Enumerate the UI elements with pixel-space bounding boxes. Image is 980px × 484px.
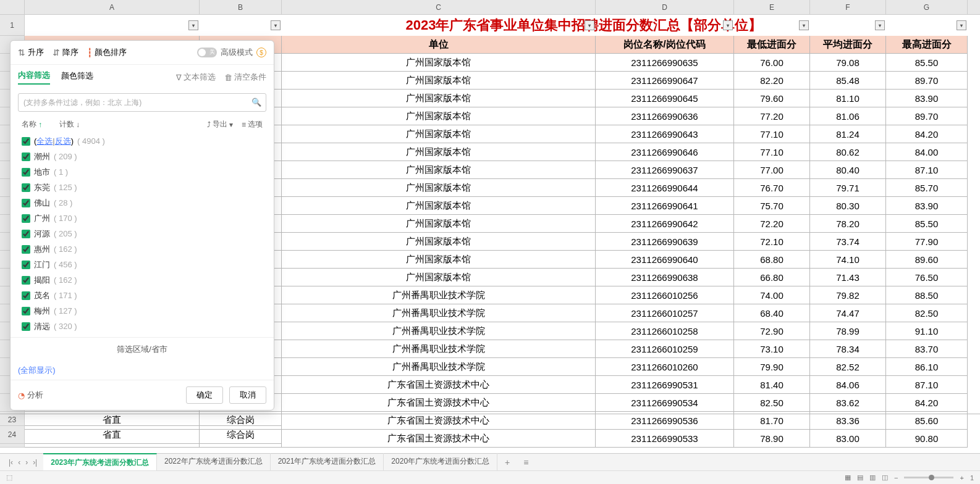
- cell-min[interactable]: 79.90: [734, 358, 810, 376]
- filter-dropdown-F[interactable]: ▾: [875, 20, 885, 30]
- cell-A1[interactable]: ▾: [25, 15, 200, 36]
- cell-avg[interactable]: 73.74: [810, 233, 886, 251]
- zoom-value[interactable]: 1: [970, 474, 974, 482]
- filter-item-name[interactable]: 清远: [34, 321, 50, 332]
- clear-conditions-button[interactable]: 🗑清空条件: [224, 72, 266, 83]
- cell-max[interactable]: 89.70: [886, 72, 968, 90]
- cell-unit[interactable]: 广州国家版本馆: [282, 161, 596, 179]
- zoom-slider[interactable]: [904, 477, 953, 478]
- view-normal-icon[interactable]: ▦: [845, 474, 851, 482]
- cell-min[interactable]: 81.40: [734, 376, 810, 394]
- cell-avg[interactable]: 84.06: [810, 376, 886, 394]
- filter-list[interactable]: (全选|反选) ( 4904 ) 潮州( 209 )地市( 1 )东莞( 125…: [11, 133, 274, 337]
- cell-unit[interactable]: 广州国家版本馆: [282, 90, 596, 107]
- cell-max[interactable]: 85.50: [886, 215, 968, 233]
- cancel-button[interactable]: 取消: [229, 386, 266, 404]
- row-num-24[interactable]: 24: [0, 426, 25, 444]
- sheet-tab[interactable]: 2023年广东统考进面分数汇总: [43, 453, 157, 471]
- add-sheet-button[interactable]: +: [499, 457, 516, 467]
- cell-code[interactable]: 2311266990638: [596, 269, 734, 286]
- cell-avg[interactable]: 80.62: [810, 143, 886, 161]
- cell-unit[interactable]: 广州番禺职业技术学院: [282, 286, 596, 304]
- cell-max[interactable]: 83.90: [886, 197, 968, 215]
- cell-A24[interactable]: 省直: [25, 426, 200, 444]
- cell-unit[interactable]: 广州番禺职业技术学院: [282, 304, 596, 322]
- search-input[interactable]: [18, 93, 266, 112]
- filter-item-checkbox[interactable]: [22, 214, 30, 223]
- header-min[interactable]: 最低进面分: [734, 36, 810, 54]
- cell-unit[interactable]: 广州国家版本馆: [282, 233, 596, 251]
- cell-max[interactable]: 77.90: [886, 233, 968, 251]
- col-header-B[interactable]: B: [200, 0, 282, 14]
- filter-item-name[interactable]: 佛山: [34, 198, 50, 209]
- cell-code[interactable]: 2311266990645: [596, 90, 734, 107]
- row-num-1[interactable]: 1: [0, 15, 25, 36]
- cell-max[interactable]: 87.10: [886, 376, 968, 394]
- sort-asc-button[interactable]: ⇅升序: [18, 47, 44, 58]
- cell-B24[interactable]: 综合岗: [200, 426, 282, 444]
- filter-item-checkbox[interactable]: [22, 276, 30, 285]
- filter-dropdown-A[interactable]: ▾: [188, 20, 198, 30]
- sheet-tab[interactable]: 2022年广东统考进面分数汇总: [157, 453, 271, 471]
- cell-min[interactable]: 66.80: [734, 269, 810, 286]
- col-header-C[interactable]: C: [282, 0, 596, 14]
- cell-max[interactable]: 87.10: [886, 161, 968, 179]
- cell-code[interactable]: 2311266990644: [596, 179, 734, 197]
- filter-item-checkbox[interactable]: [22, 230, 30, 238]
- cell-min[interactable]: 74.00: [734, 286, 810, 304]
- export-button[interactable]: ⤴导出▾: [207, 119, 233, 130]
- analyze-button[interactable]: ◔分析: [18, 390, 43, 401]
- cell-B1[interactable]: ▾: [200, 15, 282, 36]
- header-max[interactable]: 最高进面分: [886, 36, 968, 54]
- record-macro-icon[interactable]: ⬚: [6, 474, 12, 482]
- zoom-out-icon[interactable]: −: [894, 474, 898, 482]
- cell-max[interactable]: 85.50: [886, 54, 968, 72]
- sheet-list-button[interactable]: ≡: [517, 457, 534, 467]
- title-merged[interactable]: 2023年广东省事业单位集中招聘进面分数汇总【部分单位】 ▾ ▾ ▾ ▾: [282, 15, 886, 36]
- cell-unit[interactable]: 广州国家版本馆: [282, 72, 596, 90]
- cell-min[interactable]: 72.90: [734, 322, 810, 340]
- cell-avg[interactable]: 78.99: [810, 322, 886, 340]
- ok-button[interactable]: 确定: [186, 386, 223, 404]
- cell-avg[interactable]: 82.52: [810, 358, 886, 376]
- cell-G1[interactable]: ▾: [886, 15, 968, 36]
- select-all-link[interactable]: 全选: [36, 136, 53, 146]
- cell-max[interactable]: 83.70: [886, 340, 968, 358]
- cell-code[interactable]: 2311266010260: [596, 358, 734, 376]
- count-column-sort[interactable]: 计数↓: [59, 119, 80, 130]
- cell-A23[interactable]: 省直: [25, 414, 200, 426]
- cell-max[interactable]: 76.50: [886, 269, 968, 286]
- filter-dropdown-B[interactable]: ▾: [271, 20, 281, 30]
- cell-code[interactable]: 2311266010258: [596, 322, 734, 340]
- filter-item-checkbox[interactable]: [22, 245, 30, 254]
- filter-item-name[interactable]: 河源: [34, 228, 50, 240]
- cell-min[interactable]: 68.40: [734, 304, 810, 322]
- cell-avg[interactable]: 79.82: [810, 286, 886, 304]
- filter-dropdown-E[interactable]: ▾: [799, 20, 809, 30]
- cell-avg[interactable]: 71.43: [810, 269, 886, 286]
- cell-code[interactable]: 2311266990636: [596, 107, 734, 125]
- col-header-F[interactable]: F: [810, 0, 886, 14]
- cell-unit[interactable]: 广东省国土资源技术中心: [282, 394, 596, 412]
- filter-item-name[interactable]: 广州: [34, 213, 50, 224]
- cell-unit[interactable]: 广州番禺职业技术学院: [282, 322, 596, 340]
- text-filter-button[interactable]: ∇文本筛选: [176, 72, 216, 83]
- cell-avg[interactable]: 79.08: [810, 54, 886, 72]
- header-avg[interactable]: 平均进面分: [810, 36, 886, 54]
- filter-item-checkbox[interactable]: [22, 261, 30, 269]
- cell-avg[interactable]: 83.62: [810, 394, 886, 412]
- cell-min[interactable]: 77.00: [734, 161, 810, 179]
- cell-unit[interactable]: 广州国家版本馆: [282, 107, 596, 125]
- cell-avg[interactable]: 78.20: [810, 215, 886, 233]
- cell-min[interactable]: 73.10: [734, 340, 810, 358]
- cell-max[interactable]: 89.70: [886, 107, 968, 125]
- cell-min[interactable]: 72.10: [734, 233, 810, 251]
- cell-avg[interactable]: 80.40: [810, 161, 886, 179]
- filter-dropdown-C[interactable]: ▾: [585, 20, 594, 30]
- cell-unit[interactable]: 广州国家版本馆: [282, 251, 596, 269]
- row-num-23[interactable]: 23: [0, 414, 25, 426]
- nav-last-icon[interactable]: ›|: [33, 458, 37, 467]
- cell-avg[interactable]: 80.30: [810, 197, 886, 215]
- col-header-D[interactable]: D: [596, 0, 734, 14]
- filter-item-checkbox[interactable]: [22, 152, 30, 161]
